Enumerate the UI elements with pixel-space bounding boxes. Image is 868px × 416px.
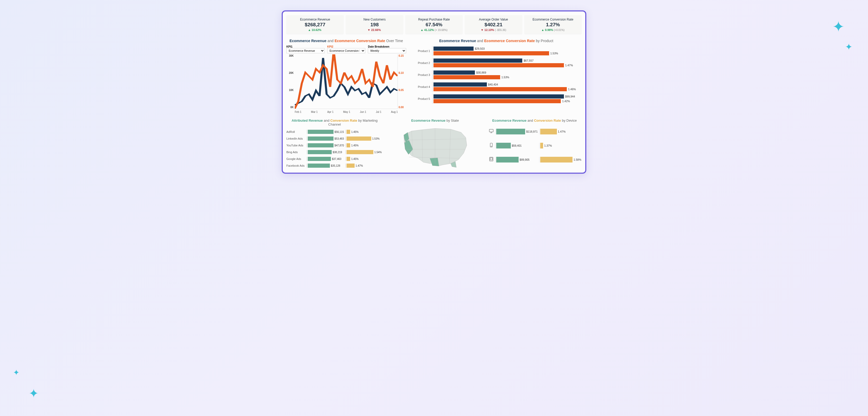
device-revenue-bar [496, 157, 519, 163]
x-tick: Jul 1 [376, 110, 381, 113]
device-conversion-value: 1.47% [558, 130, 566, 133]
channel-revenue-value: $37,463 [332, 158, 341, 161]
channel-conversion-bar [346, 137, 371, 141]
y-tick-left: 0K [286, 106, 294, 109]
channel-label: AdRoll [286, 130, 307, 133]
panel-time-chart: Ecommerce Revenue and Ecommerce Conversi… [286, 39, 406, 113]
conversion-value: 1.42% [562, 100, 570, 103]
y-tick-right: 0.00 [399, 106, 406, 109]
channel-conversion-bar [346, 164, 354, 168]
line-chart: 30K20K10K0K 0.150.100.050.00 [295, 54, 398, 109]
kpi2-label: KPI2 [327, 45, 366, 48]
device-revenue-value: $59,401 [512, 144, 522, 147]
channel-revenue-value: $53,483 [335, 137, 344, 140]
kpi-card: Repeat Purchase Rate 67.54% 41.12%(+ 19.… [405, 15, 463, 34]
panel-revenue-by-device: Ecommerce Revenue and Conversion Rate by… [487, 118, 582, 169]
kpi-title: Ecommerce Revenue [288, 18, 342, 21]
kpi-delta: 10.62% [288, 28, 342, 31]
channel-revenue-value: $35,128 [331, 164, 340, 167]
channel-revenue-value: $56,115 [335, 131, 344, 133]
conversion-value: 1.47% [565, 64, 573, 67]
revenue-value: $29,503 [475, 47, 485, 50]
map-title: Ecommerce Revenue by State [387, 118, 483, 123]
channel-revenue-value: $38,219 [333, 151, 342, 154]
channel-conversion-value: 1.47% [355, 164, 363, 167]
revenue-value: $40,404 [488, 83, 498, 86]
revenue-value: $30,869 [476, 71, 486, 74]
conversion-bar [433, 51, 549, 56]
y-tick-right: 0.15 [399, 54, 406, 57]
marketing-row: YouTube Ads $47,870 1.45% [286, 142, 383, 149]
channel-revenue-bar [308, 164, 330, 168]
kpi-value: 198 [348, 22, 401, 28]
channel-conversion-value: 1.54% [374, 151, 382, 154]
conversion-value: 1.53% [550, 52, 558, 55]
channel-conversion-value: 1.45% [351, 131, 359, 133]
marketing-row: AdRoll $56,115 1.45% [286, 129, 383, 135]
channel-conversion-bar [346, 130, 350, 134]
revenue-bar [433, 59, 522, 63]
x-tick: Jun 1 [360, 110, 366, 113]
channel-label: YouTube Ads [286, 144, 307, 147]
kpi-card: New Customers 198 22.66% [346, 15, 403, 34]
kpi-delta: 41.12%(+ 19.68%) [407, 28, 461, 31]
kpi-card: Average Order Value $402.21 12.10%( -$55… [465, 15, 522, 34]
device-conversion-bar [540, 157, 572, 163]
date-breakdown-select[interactable]: Weekly [368, 48, 406, 53]
mobile-icon [487, 142, 495, 149]
marketing-chart-title: Attributed Revenue and Conversion Rate b… [286, 118, 383, 126]
kpi-title: Repeat Purchase Rate [407, 18, 461, 21]
product-label: Product 4 [416, 85, 432, 89]
channel-label: Google Ads [286, 157, 307, 161]
kpi2-select[interactable]: Ecommerce Conversion Rate [327, 48, 366, 53]
tablet-icon [487, 157, 495, 163]
revenue-value: $67,557 [524, 59, 533, 62]
kpi-card: Ecommerce Conversion Rate 1.27% 0.98%(+0… [524, 15, 582, 34]
revenue-bar [433, 70, 475, 75]
us-map [399, 125, 471, 169]
channel-conversion-bar [346, 150, 373, 154]
channel-conversion-value: 1.45% [351, 144, 359, 147]
kpi-title: Average Order Value [467, 18, 520, 21]
channel-conversion-bar [346, 157, 350, 161]
sparkle-icon: ✦ [13, 368, 20, 377]
line-chart-svg [295, 54, 398, 109]
panel-marketing-channel: Attributed Revenue and Conversion Rate b… [286, 118, 383, 169]
kpi-delta: 22.66% [348, 28, 401, 31]
conversion-bar [433, 75, 500, 79]
product-label: Product 2 [416, 61, 432, 65]
x-tick: May 1 [343, 110, 350, 113]
marketing-row: Google Ads $37,463 1.45% [286, 155, 383, 162]
y-tick-left: 20K [286, 71, 294, 74]
panel-product-chart: Ecommerce Revenue and Ecommerce Conversi… [411, 39, 582, 113]
device-revenue-bar [496, 129, 525, 134]
channel-revenue-bar [308, 143, 334, 147]
kpi-value: 67.54% [407, 22, 461, 28]
channel-label: Facebook Ads [286, 164, 307, 167]
channel-conversion-value: 1.45% [351, 158, 359, 161]
device-chart-title: Ecommerce Revenue and Conversion Rate by… [487, 118, 582, 123]
conversion-value: 1.46% [568, 88, 576, 91]
x-tick: Mar 1 [311, 110, 318, 113]
x-tick: Feb 1 [295, 110, 302, 113]
conversion-bar [433, 63, 564, 67]
kpi-row: Ecommerce Revenue $268,277 10.62% New Cu… [286, 15, 582, 34]
kpi-delta: 12.10%( -$55.36) [467, 28, 520, 31]
svg-point-11 [491, 146, 492, 147]
y-tick-right: 0.05 [399, 89, 406, 92]
channel-revenue-bar [308, 150, 332, 154]
channel-conversion-bar [346, 143, 350, 147]
kpi1-select[interactable]: Ecommerce Revenue [286, 48, 324, 53]
channel-revenue-bar [308, 130, 334, 134]
svg-rect-13 [490, 158, 492, 160]
revenue-bar [433, 94, 564, 99]
revenue-bar [433, 46, 473, 51]
kpi-value: $268,277 [288, 22, 342, 28]
device-revenue-value: $118,971 [526, 130, 538, 133]
svg-rect-7 [490, 129, 493, 132]
product-row: Product 1 $29,503 1.53% [416, 45, 582, 57]
time-chart-title: Ecommerce Revenue and Ecommerce Conversi… [286, 39, 406, 43]
device-row: $59,401 1.37% [487, 139, 582, 152]
device-row: $89,905 1.58% [487, 152, 582, 167]
desktop-icon [487, 129, 495, 135]
